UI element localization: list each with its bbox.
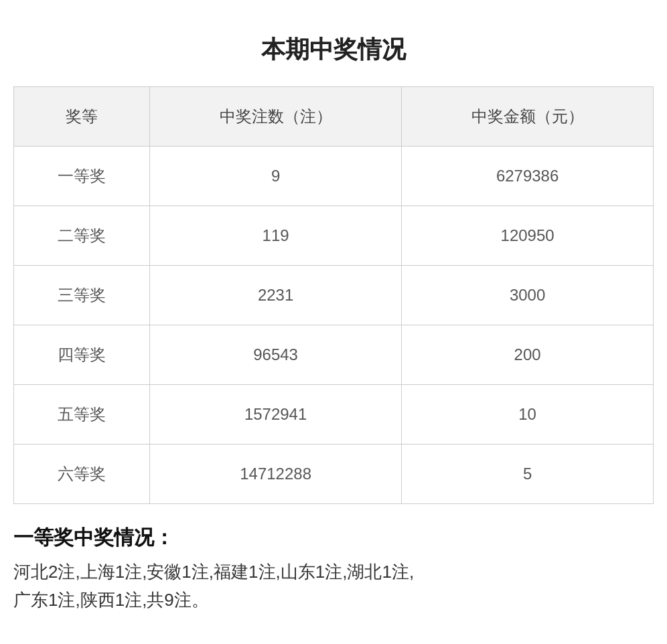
cell-level: 二等奖 (14, 206, 150, 266)
cell-amount: 6279386 (402, 147, 653, 206)
cell-level: 一等奖 (14, 147, 150, 206)
page-title: 本期中奖情况 (0, 13, 667, 86)
cell-level: 三等奖 (14, 266, 150, 325)
prize-table: 奖等 中奖注数（注） 中奖金额（元） 一等奖96279386二等奖1191209… (14, 87, 653, 503)
table-header-row: 奖等 中奖注数（注） 中奖金额（元） (14, 87, 653, 147)
cell-count: 9 (150, 147, 402, 206)
cell-count: 119 (150, 206, 402, 266)
cell-amount: 10 (402, 385, 653, 445)
first-prize-detail-line2: 广东1注,陕西1注,共9注。 (13, 586, 654, 615)
table-row: 四等奖96543200 (14, 325, 653, 385)
first-prize-section: 一等奖中奖情况： 河北2注,上海1注,安徽1注,福建1注,山东1注,湖北1注, … (13, 524, 654, 614)
table-row: 二等奖119120950 (14, 206, 653, 266)
cell-count: 2231 (150, 266, 402, 325)
cell-level: 六等奖 (14, 445, 150, 504)
col-header-count: 中奖注数（注） (150, 87, 402, 147)
first-prize-title: 一等奖中奖情况： (13, 524, 654, 552)
col-header-amount: 中奖金额（元） (402, 87, 653, 147)
col-header-level: 奖等 (14, 87, 150, 147)
table-row: 六等奖147122885 (14, 445, 653, 504)
cell-count: 96543 (150, 325, 402, 385)
table-row: 一等奖96279386 (14, 147, 653, 206)
cell-amount: 3000 (402, 266, 653, 325)
cell-count: 14712288 (150, 445, 402, 504)
cell-level: 四等奖 (14, 325, 150, 385)
prize-table-container: 奖等 中奖注数（注） 中奖金额（元） 一等奖96279386二等奖1191209… (13, 86, 654, 504)
table-row: 三等奖22313000 (14, 266, 653, 325)
cell-amount: 5 (402, 445, 653, 504)
cell-level: 五等奖 (14, 385, 150, 445)
table-row: 五等奖157294110 (14, 385, 653, 445)
cell-amount: 200 (402, 325, 653, 385)
cell-amount: 120950 (402, 206, 653, 266)
first-prize-detail-line1: 河北2注,上海1注,安徽1注,福建1注,山东1注,湖北1注, (13, 558, 654, 586)
cell-count: 1572941 (150, 385, 402, 445)
